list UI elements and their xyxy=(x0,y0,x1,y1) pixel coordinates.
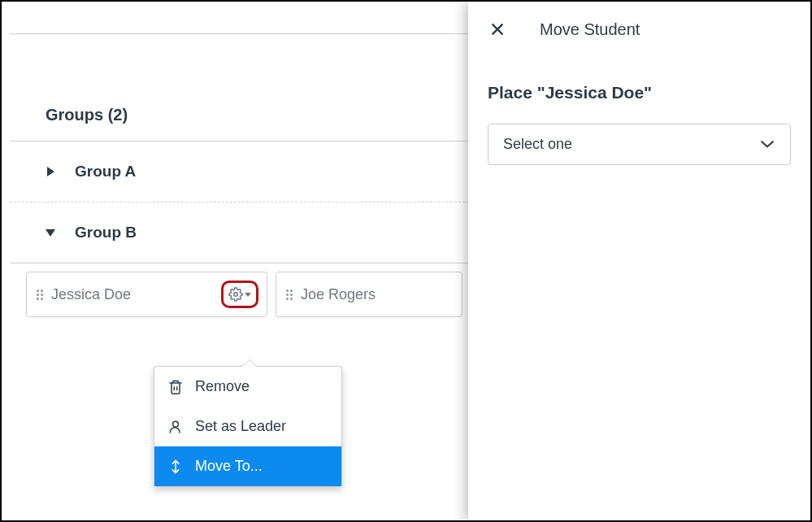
trash-icon xyxy=(167,379,184,395)
select-placeholder: Select one xyxy=(503,136,572,153)
gear-icon xyxy=(228,287,243,302)
group-row-b[interactable]: Group B xyxy=(10,202,469,263)
menu-item-remove[interactable]: Remove xyxy=(154,367,341,407)
move-icon xyxy=(167,459,184,475)
group-row-a[interactable]: Group A xyxy=(10,141,469,202)
chevron-down-icon xyxy=(759,136,775,153)
place-student-label: Place "Jessica Doe" xyxy=(468,55,810,124)
menu-label: Set as Leader xyxy=(195,418,286,435)
move-student-panel: Move Student Place "Jessica Doe" Select … xyxy=(468,2,810,520)
student-card-jessica[interactable]: Jessica Doe xyxy=(26,272,267,317)
close-button[interactable] xyxy=(488,20,507,39)
menu-label: Move To... xyxy=(195,458,263,475)
svg-point-0 xyxy=(234,293,238,297)
student-options-menu: Remove Set as Leader Move To... xyxy=(154,366,342,487)
student-options-button[interactable] xyxy=(221,281,258,308)
groups-section: Groups (2) Group A Group B Jessica Doe xyxy=(2,106,469,325)
menu-item-move-to[interactable]: Move To... xyxy=(154,446,341,486)
student-card-joe[interactable]: Joe Rogers xyxy=(276,272,462,317)
menu-label: Remove xyxy=(195,378,250,395)
students-row: Jessica Doe Joe Rog xyxy=(2,263,469,325)
menu-item-set-leader[interactable]: Set as Leader xyxy=(154,407,341,446)
groups-header: Groups (2) xyxy=(10,106,469,141)
drag-handle-icon[interactable] xyxy=(286,289,293,300)
panel-title: Move Student xyxy=(540,20,640,39)
group-name: Group B xyxy=(75,224,137,241)
student-name: Joe Rogers xyxy=(301,286,454,303)
caret-down-icon xyxy=(245,293,251,297)
group-name: Group A xyxy=(75,163,136,181)
expand-icon-expanded[interactable] xyxy=(46,228,55,237)
group-select-dropdown[interactable]: Select one xyxy=(488,124,791,165)
expand-icon-collapsed[interactable] xyxy=(46,167,55,176)
svg-point-1 xyxy=(173,421,179,427)
student-name: Jessica Doe xyxy=(51,286,221,303)
dropdown-arrow-icon xyxy=(242,360,257,368)
top-divider xyxy=(10,2,469,34)
user-icon xyxy=(167,419,184,435)
drag-handle-icon[interactable] xyxy=(37,289,43,300)
panel-header: Move Student xyxy=(468,2,810,55)
